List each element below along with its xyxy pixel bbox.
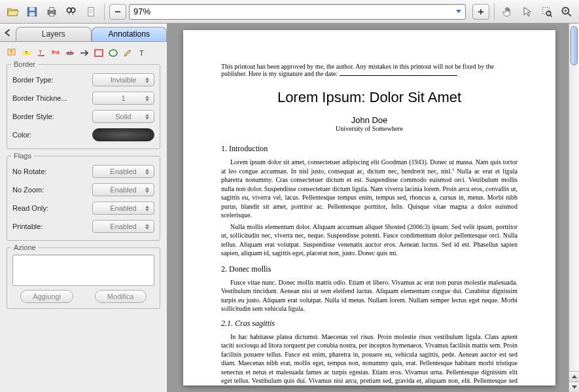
select-tool-button[interactable] xyxy=(519,3,536,20)
no-rotate-select[interactable]: Enabled xyxy=(92,165,154,178)
svg-rect-8 xyxy=(88,7,94,16)
scrollbar-thumb[interactable] xyxy=(570,26,578,65)
signature-line xyxy=(340,75,457,76)
no-rotate-label: No Rotate: xyxy=(12,168,47,175)
heading-cras: 2.1. Cras sagittis xyxy=(221,319,518,329)
border-thickness-label: Border Thickne... xyxy=(12,94,67,102)
doc-title: Lorem Ipsum: Dolor Sit Amet xyxy=(221,89,518,106)
document-area: This printout has been approved by me, t… xyxy=(167,24,579,392)
heading-intro: 1. Introduction xyxy=(221,144,518,154)
doc-author: John Doe xyxy=(221,115,518,125)
border-type-label: Border Type: xyxy=(12,76,54,84)
print-button[interactable] xyxy=(43,3,60,20)
paragraph: Fusce vitae nunc. Donec mollis mattis od… xyxy=(221,278,518,313)
pdf-page: This printout has been approved by me, t… xyxy=(183,30,555,385)
read-only-select[interactable]: Enabled xyxy=(92,202,154,215)
tab-layers[interactable]: Layers xyxy=(16,27,92,41)
border-type-select[interactable]: Invisible xyxy=(92,73,154,86)
no-zoom-select[interactable]: Enabled xyxy=(92,183,154,196)
border-style-label: Border Style: xyxy=(12,113,54,120)
svg-rect-9 xyxy=(542,7,549,14)
oval-tool[interactable] xyxy=(107,47,119,59)
read-only-label: Read Only: xyxy=(12,204,48,212)
svg-rect-2 xyxy=(29,12,35,16)
svg-point-10 xyxy=(546,11,551,16)
underline-tool[interactable]: T xyxy=(35,47,47,59)
single-page-button[interactable] xyxy=(82,3,99,20)
open-button[interactable] xyxy=(4,3,21,20)
paragraph: Nulla mollis elementum dolor. Aliquam ac… xyxy=(221,223,518,258)
modifica-button[interactable]: Modifica xyxy=(95,290,147,303)
border-thickness-select[interactable]: 1 xyxy=(92,92,154,105)
printable-label: Printable: xyxy=(12,223,43,230)
border-style-select[interactable]: Solid xyxy=(92,110,154,123)
strikeout-tool[interactable]: ab xyxy=(64,47,76,59)
border-group: Border Border Type: Invisible Border Thi… xyxy=(7,64,160,149)
separator xyxy=(104,3,105,20)
document-viewport[interactable]: This printout has been approved by me, t… xyxy=(167,24,579,392)
tab-annotations[interactable]: Annotations xyxy=(92,27,167,41)
flags-legend: Flags xyxy=(11,152,34,160)
highlight-tool[interactable]: T xyxy=(21,47,33,59)
pencil-tool[interactable] xyxy=(122,47,133,59)
squiggly-tool[interactable] xyxy=(50,47,61,59)
flags-group: Flags No Rotate:Enabled No Zoom:Enabled … xyxy=(7,156,160,241)
svg-rect-1 xyxy=(29,7,35,10)
main-toolbar: 97% xyxy=(0,0,579,24)
paragraph: Lorem ipsum dolor sit amet, consectetuer… xyxy=(221,158,518,220)
svg-text:T: T xyxy=(139,49,144,57)
save-button[interactable] xyxy=(24,3,41,20)
find-button[interactable] xyxy=(63,3,80,20)
zoom-value: 97% xyxy=(133,7,150,16)
rectangle-tool[interactable] xyxy=(93,47,105,59)
no-zoom-label: No Zoom: xyxy=(12,186,44,194)
zoom-wrap: 97% xyxy=(129,4,466,20)
dropdown-icon xyxy=(456,10,461,13)
loupe-button[interactable] xyxy=(558,3,575,20)
border-color-swatch[interactable] xyxy=(92,128,154,141)
svg-rect-4 xyxy=(50,7,54,10)
svg-point-19 xyxy=(109,50,117,56)
border-legend: Border xyxy=(11,60,38,68)
pan-tool-button[interactable] xyxy=(499,3,516,20)
svg-text:T: T xyxy=(39,49,43,56)
printable-select[interactable]: Enabled xyxy=(92,220,154,233)
zoom-in-button[interactable] xyxy=(472,4,489,20)
aggiungi-button[interactable]: Aggiungi xyxy=(20,290,73,303)
scroll-down-button[interactable] xyxy=(569,382,579,392)
separator xyxy=(494,3,495,20)
doc-affiliation: University of Somewhere xyxy=(221,125,518,132)
vertical-scrollbar[interactable] xyxy=(569,24,579,392)
heading-donec: 2. Donec mollis xyxy=(221,264,518,274)
text-annotation-tool[interactable]: T xyxy=(7,47,18,59)
free-text-tool[interactable]: T xyxy=(136,47,148,59)
border-color-label: Color: xyxy=(12,131,31,139)
scroll-up-button[interactable] xyxy=(569,371,579,382)
approval-note: This printout has been approved by me, t… xyxy=(221,63,518,77)
svg-text:T: T xyxy=(10,50,13,54)
tabs-scroll-left[interactable] xyxy=(0,26,16,40)
svg-rect-18 xyxy=(95,50,103,56)
svg-rect-5 xyxy=(50,13,54,16)
azione-group: Azione Aggiungi Modifica xyxy=(7,247,160,309)
paragraph: In hac habitasse platea dictumst. Maecen… xyxy=(221,332,518,385)
svg-text:T: T xyxy=(25,50,28,55)
zoom-combo[interactable]: 97% xyxy=(129,4,466,20)
sidebar: Layers Annotations T T T ab T Border Bor… xyxy=(0,24,167,392)
azione-legend: Azione xyxy=(11,243,39,251)
azione-textarea[interactable] xyxy=(12,255,154,286)
arrow-tool[interactable] xyxy=(79,47,90,59)
marquee-zoom-button[interactable] xyxy=(538,3,555,20)
zoom-out-button[interactable] xyxy=(109,4,126,20)
sidebar-tabs: Layers Annotations xyxy=(0,24,167,42)
